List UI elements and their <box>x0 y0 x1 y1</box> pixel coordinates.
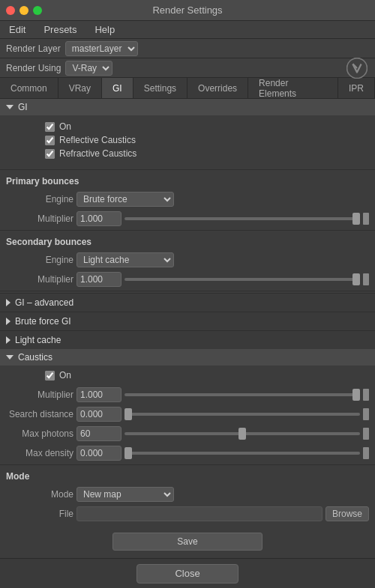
brute-force-gi-title: Brute force GI <box>15 316 71 327</box>
primary-multiplier-input[interactable]: 1.000 <box>76 211 122 226</box>
gi-advanced-section[interactable]: GI – advanced <box>0 293 375 312</box>
gi-section-title: GI <box>18 102 28 112</box>
menu-help[interactable]: Help <box>92 22 118 37</box>
caustics-multiplier-input[interactable]: 1.000 <box>76 387 122 402</box>
mode-field-row: Mode New map From file Add to current ma… <box>0 485 375 504</box>
file-browse-button[interactable]: Browse <box>326 506 369 521</box>
gi-advanced-expand-icon <box>6 299 10 306</box>
mode-section-header: Mode <box>0 467 375 485</box>
secondary-slider-end <box>363 273 369 285</box>
tab-ipr[interactable]: IPR <box>338 78 375 98</box>
secondary-multiplier-row: Multiplier 1.000 <box>0 270 375 289</box>
primary-slider-end <box>363 213 369 225</box>
caustics-search-distance-slider[interactable] <box>124 413 360 416</box>
tab-settings[interactable]: Settings <box>134 78 188 98</box>
secondary-engine-label: Engine <box>6 255 74 265</box>
tab-render-elements[interactable]: Render Elements <box>248 78 338 98</box>
on-checkbox[interactable] <box>45 122 55 132</box>
close-button[interactable]: Close <box>136 564 238 584</box>
title-bar: Render Settings <box>0 0 375 21</box>
gi-section-header[interactable]: GI <box>0 99 375 115</box>
caustics-on-checkbox-row: On <box>45 370 375 381</box>
caustics-collapse-icon <box>6 355 14 360</box>
primary-multiplier-label: Multiplier <box>6 213 74 224</box>
divider-1 <box>0 169 375 170</box>
on-checkbox-row: On <box>45 121 375 132</box>
file-input[interactable] <box>76 506 322 521</box>
caustics-max-density-slider-container <box>124 447 360 459</box>
render-using-row: Render Using V-Ray <box>0 58 375 78</box>
caustics-section-title: Caustics <box>18 352 52 363</box>
caustics-multiplier-label: Multiplier <box>6 390 74 400</box>
primary-engine-select[interactable]: Brute force Irradiance map Light cache <box>76 192 174 207</box>
secondary-engine-select[interactable]: Light cache Brute force None <box>76 252 174 267</box>
reflective-caustics-checkbox[interactable] <box>45 136 55 145</box>
file-label: File <box>6 509 74 519</box>
divider-4 <box>0 464 375 465</box>
caustics-max-density-input[interactable]: 0.000 <box>76 446 122 461</box>
tab-overrides[interactable]: Overrides <box>188 78 248 98</box>
caustics-max-photons-slider-end <box>363 428 369 440</box>
refractive-caustics-label: Refractive Caustics <box>59 148 136 159</box>
refractive-caustics-row: Refractive Caustics <box>45 148 375 159</box>
secondary-bounces-header: Secondary bounces <box>0 232 375 250</box>
gi-advanced-title: GI – advanced <box>15 297 74 308</box>
menu-bar: Edit Presets Help <box>0 21 375 39</box>
caustics-max-photons-slider[interactable] <box>124 432 360 435</box>
minimize-window-button[interactable] <box>20 6 28 15</box>
window-controls[interactable] <box>6 6 42 15</box>
primary-engine-row: Engine Brute force Irradiance map Light … <box>0 190 375 209</box>
divider-2 <box>0 230 375 231</box>
caustics-max-density-slider-end <box>363 447 369 459</box>
caustics-multiplier-slider-container <box>124 389 360 401</box>
secondary-multiplier-slider[interactable] <box>124 278 360 281</box>
reflective-caustics-row: Reflective Caustics <box>45 135 375 145</box>
brute-force-expand-icon <box>6 318 10 325</box>
caustics-section-header[interactable]: Caustics <box>0 349 375 366</box>
render-using-label: Render Using <box>6 63 61 73</box>
tab-gi[interactable]: GI <box>102 78 134 98</box>
light-cache-expand-icon <box>6 336 10 344</box>
caustics-search-distance-input[interactable]: 0.000 <box>76 407 122 422</box>
file-row: File Browse <box>0 504 375 524</box>
render-layer-label: Render Layer <box>6 43 61 54</box>
refractive-caustics-checkbox[interactable] <box>45 149 55 159</box>
caustics-max-density-row: Max density 0.000 <box>0 443 375 463</box>
save-button[interactable]: Save <box>112 533 262 551</box>
caustics-max-photons-label: Max photons <box>6 428 74 439</box>
mode-select[interactable]: New map From file Add to current map <box>76 487 174 502</box>
caustics-on-checkbox[interactable] <box>45 371 55 381</box>
maximize-window-button[interactable] <box>33 6 42 15</box>
primary-bounces-header: Primary bounces <box>0 172 375 190</box>
render-using-select[interactable]: V-Ray <box>65 61 112 76</box>
caustics-max-density-slider[interactable] <box>124 452 360 455</box>
caustics-multiplier-slider[interactable] <box>124 393 360 396</box>
primary-multiplier-slider[interactable] <box>124 217 360 220</box>
gi-options: On Reflective Caustics Refractive Causti… <box>0 115 375 168</box>
brute-force-gi-section[interactable]: Brute force GI <box>0 312 375 330</box>
caustics-search-distance-row: Search distance 0.000 <box>0 404 375 424</box>
caustics-search-distance-slider-end <box>363 408 369 420</box>
light-cache-section[interactable]: Light cache <box>0 330 375 349</box>
caustics-search-distance-label: Search distance <box>6 409 74 419</box>
secondary-multiplier-slider-container <box>124 273 360 285</box>
tab-vray[interactable]: VRay <box>58 78 102 98</box>
caustics-max-photons-slider-container <box>124 428 360 440</box>
secondary-engine-row: Engine Light cache Brute force None <box>0 250 375 270</box>
caustics-on-label: On <box>59 370 71 381</box>
primary-multiplier-row: Multiplier 1.000 <box>0 209 375 228</box>
render-layer-select[interactable]: masterLayer <box>65 41 138 56</box>
caustics-max-photons-row: Max photons 60 <box>0 424 375 443</box>
gi-collapse-icon <box>6 105 14 109</box>
menu-presets[interactable]: Presets <box>40 22 80 37</box>
tab-common[interactable]: Common <box>0 78 58 98</box>
caustics-max-photons-input[interactable]: 60 <box>76 426 122 441</box>
secondary-multiplier-input[interactable]: 1.000 <box>76 272 122 287</box>
primary-multiplier-slider-container <box>124 213 360 225</box>
caustics-multiplier-row: Multiplier 1.000 <box>0 385 375 404</box>
vray-logo <box>346 58 368 79</box>
menu-edit[interactable]: Edit <box>6 22 28 37</box>
footer: Close <box>0 558 375 588</box>
secondary-multiplier-label: Multiplier <box>6 274 74 285</box>
close-window-button[interactable] <box>6 6 15 15</box>
